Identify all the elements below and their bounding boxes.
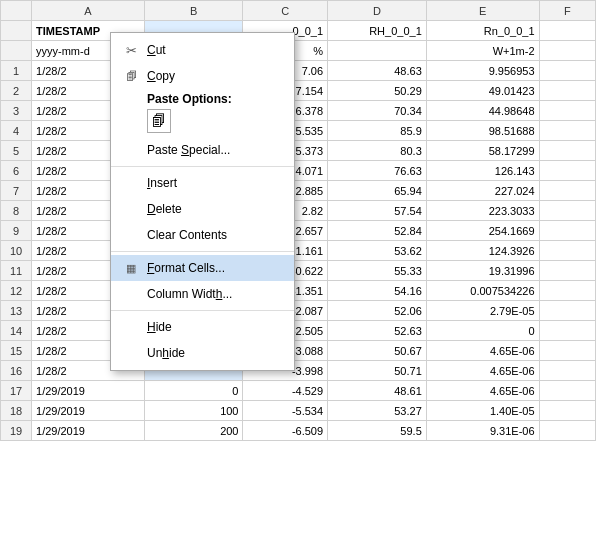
- cell-f-10[interactable]: [539, 241, 595, 261]
- cell-d-1[interactable]: 48.63: [328, 61, 427, 81]
- cell-d-14[interactable]: 52.63: [328, 321, 427, 341]
- cell-f-8[interactable]: [539, 201, 595, 221]
- cell-f-16[interactable]: [539, 361, 595, 381]
- cell-f-7[interactable]: [539, 181, 595, 201]
- cell-e-4[interactable]: 98.51688: [426, 121, 539, 141]
- col-header-f[interactable]: F: [539, 1, 595, 21]
- col-f-title: [539, 21, 595, 41]
- cell-f-12[interactable]: [539, 281, 595, 301]
- cell-e-16[interactable]: 4.65E-06: [426, 361, 539, 381]
- cell-f-5[interactable]: [539, 141, 595, 161]
- menu-item-cut[interactable]: ✂ Cut: [111, 37, 294, 63]
- cell-d-8[interactable]: 57.54: [328, 201, 427, 221]
- cell-d-5[interactable]: 80.3: [328, 141, 427, 161]
- col-header-c[interactable]: C: [243, 1, 328, 21]
- cell-d-3[interactable]: 70.34: [328, 101, 427, 121]
- cell-c-19[interactable]: -6.509: [243, 421, 328, 441]
- row-number-14: 14: [1, 321, 32, 341]
- row-number-9: 9: [1, 221, 32, 241]
- cell-d-11[interactable]: 55.33: [328, 261, 427, 281]
- cell-f-3[interactable]: [539, 101, 595, 121]
- cell-f-19[interactable]: [539, 421, 595, 441]
- cell-b-17[interactable]: 0: [144, 381, 243, 401]
- cell-d-4[interactable]: 85.9: [328, 121, 427, 141]
- menu-item-insert[interactable]: Insert: [111, 170, 294, 196]
- cell-f-18[interactable]: [539, 401, 595, 421]
- cell-e-15[interactable]: 4.65E-06: [426, 341, 539, 361]
- col-header-e[interactable]: E: [426, 1, 539, 21]
- cell-e-2[interactable]: 49.01423: [426, 81, 539, 101]
- cell-e-7[interactable]: 227.024: [426, 181, 539, 201]
- row-number-10: 10: [1, 241, 32, 261]
- cell-e-17[interactable]: 4.65E-06: [426, 381, 539, 401]
- table-row: 7 1/28/2 2.885 65.94 227.024: [1, 181, 596, 201]
- table-row: 18 1/29/2019 100 -5.534 53.27 1.40E-05: [1, 401, 596, 421]
- menu-item-unhide[interactable]: Unhide: [111, 340, 294, 366]
- row-number-2: 2: [1, 81, 32, 101]
- cell-e-14[interactable]: 0: [426, 321, 539, 341]
- cell-e-5[interactable]: 58.17299: [426, 141, 539, 161]
- cell-c-18[interactable]: -5.534: [243, 401, 328, 421]
- row-number-1: 1: [1, 61, 32, 81]
- cell-d-7[interactable]: 65.94: [328, 181, 427, 201]
- cell-f-15[interactable]: [539, 341, 595, 361]
- row-number-12: 12: [1, 281, 32, 301]
- clear-contents-label: Clear Contents: [147, 228, 282, 242]
- col-header-a[interactable]: A: [32, 1, 145, 21]
- menu-item-copy[interactable]: 🗐 Copy: [111, 63, 294, 89]
- cell-a-17[interactable]: 1/29/2019: [32, 381, 145, 401]
- cell-f-13[interactable]: [539, 301, 595, 321]
- table-row: 13 1/28/2 -2.087 52.06 2.79E-05: [1, 301, 596, 321]
- paste-icon-clipboard[interactable]: 🗐: [147, 109, 171, 133]
- cell-e-19[interactable]: 9.31E-06: [426, 421, 539, 441]
- cell-e-6[interactable]: 126.143: [426, 161, 539, 181]
- cell-e-13[interactable]: 2.79E-05: [426, 301, 539, 321]
- cell-d-15[interactable]: 50.67: [328, 341, 427, 361]
- cell-f-1[interactable]: [539, 61, 595, 81]
- cell-f-9[interactable]: [539, 221, 595, 241]
- cell-b-19[interactable]: 200: [144, 421, 243, 441]
- cell-e-3[interactable]: 44.98648: [426, 101, 539, 121]
- sheet-table: A B C D E F TIMESTAMP 0_0_1 RH_0_0_1 Rn_…: [0, 0, 596, 441]
- col-header-b[interactable]: B: [144, 1, 243, 21]
- cell-e-1[interactable]: 9.956953: [426, 61, 539, 81]
- cell-a-19[interactable]: 1/29/2019: [32, 421, 145, 441]
- menu-item-column-width[interactable]: Column Width...: [111, 281, 294, 307]
- cell-d-17[interactable]: 48.61: [328, 381, 427, 401]
- menu-item-clear-contents[interactable]: Clear Contents: [111, 222, 294, 248]
- cell-f-4[interactable]: [539, 121, 595, 141]
- cell-e-11[interactable]: 19.31996: [426, 261, 539, 281]
- cell-f-6[interactable]: [539, 161, 595, 181]
- cell-f-11[interactable]: [539, 261, 595, 281]
- cell-d-2[interactable]: 50.29: [328, 81, 427, 101]
- row-number-5: 5: [1, 141, 32, 161]
- cell-c-17[interactable]: -4.529: [243, 381, 328, 401]
- col-header-d[interactable]: D: [328, 1, 427, 21]
- cell-f-2[interactable]: [539, 81, 595, 101]
- cell-d-18[interactable]: 53.27: [328, 401, 427, 421]
- cell-b-18[interactable]: 100: [144, 401, 243, 421]
- cell-f-17[interactable]: [539, 381, 595, 401]
- table-row: 8 1/28/2 2.82 57.54 223.3033: [1, 201, 596, 221]
- cell-e-8[interactable]: 223.3033: [426, 201, 539, 221]
- cell-d-9[interactable]: 52.84: [328, 221, 427, 241]
- menu-item-format-cells[interactable]: ▦ Format Cells...: [111, 255, 294, 281]
- table-row: 15 1/28/2 -3.088 50.67 4.65E-06: [1, 341, 596, 361]
- cell-e-9[interactable]: 254.1669: [426, 221, 539, 241]
- cell-e-18[interactable]: 1.40E-05: [426, 401, 539, 421]
- cell-d-13[interactable]: 52.06: [328, 301, 427, 321]
- cell-a-18[interactable]: 1/29/2019: [32, 401, 145, 421]
- cell-d-10[interactable]: 53.62: [328, 241, 427, 261]
- menu-item-paste-special[interactable]: Paste Special...: [111, 137, 294, 163]
- row-number-17: 17: [1, 381, 32, 401]
- cell-e-12[interactable]: 0.007534226: [426, 281, 539, 301]
- cell-d-19[interactable]: 59.5: [328, 421, 427, 441]
- cell-f-14[interactable]: [539, 321, 595, 341]
- cell-d-6[interactable]: 76.63: [328, 161, 427, 181]
- cell-d-16[interactable]: 50.71: [328, 361, 427, 381]
- cell-e-10[interactable]: 124.3926: [426, 241, 539, 261]
- menu-item-hide[interactable]: Hide: [111, 314, 294, 340]
- separator-2: [111, 251, 294, 252]
- menu-item-delete[interactable]: Delete: [111, 196, 294, 222]
- cell-d-12[interactable]: 54.16: [328, 281, 427, 301]
